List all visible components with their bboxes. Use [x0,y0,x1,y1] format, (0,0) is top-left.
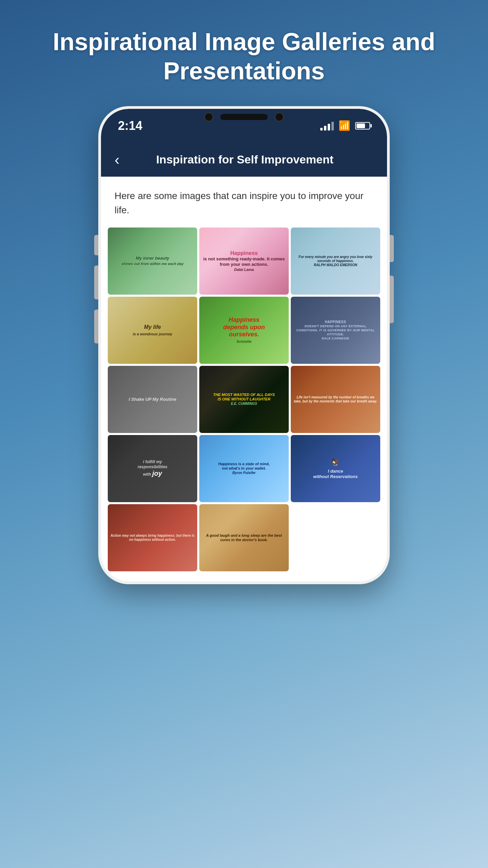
grid-item-6[interactable]: HAPPINESSdoesn't depend on any external … [291,297,380,364]
status-bar: 2:14 📶 [101,109,387,143]
wifi-icon: 📶 [339,120,350,131]
grid-item-4[interactable]: My lifeis a wondrous journey [108,297,197,364]
signal-bar-4 [331,122,334,131]
back-button[interactable]: ‹ [115,152,120,167]
card-text-10: i fulfill myresponsibilitieswith joy [108,435,197,502]
card-text-4: My lifeis a wondrous journey [108,297,197,364]
card-text-11: Happiness is a state of mind,not what's … [199,435,289,502]
signal-bar-1 [320,128,323,131]
grid-item-13[interactable]: Action may not always bring happiness; b… [108,504,197,571]
status-icons: 📶 [320,120,370,131]
phone-mockup: 2:14 📶 ‹ Inspir [98,106,390,584]
card-text-12: 🦅 I dancewithout Reservations [291,435,380,502]
grid-item-7[interactable]: I Shake UP My Routine [108,366,197,433]
grid-item-1[interactable]: My inner beautyshines out from within me… [108,228,197,295]
card-text-8: THE MOST WASTED OF ALL DAYSIS ONE WITHOU… [199,366,289,433]
earpiece [274,112,284,122]
face-id-sensor [220,114,268,120]
description-text: Here are some images that can inspire yo… [101,177,387,225]
power-button-2 [390,276,394,323]
signal-bar-2 [324,126,326,131]
grid-item-9[interactable]: Life isn't measured by the number of bre… [291,366,380,433]
power-button [390,235,394,262]
battery-icon [355,122,370,130]
card-text-1: My inner beautyshines out from within me… [108,228,197,295]
front-camera [204,112,214,122]
card-text-14: A good laugh and a long sleep are the be… [199,504,289,571]
image-grid: My inner beautyshines out from within me… [101,225,387,581]
notch [204,112,284,122]
grid-item-2[interactable]: Happinessis not something ready-made. It… [199,228,289,295]
page-title: Inspirational Image Galleries and Presen… [0,0,488,106]
grid-item-11[interactable]: Happiness is a state of mind,not what's … [199,435,289,502]
grid-item-3[interactable]: For every minute you are angry you lose … [291,228,380,295]
status-time: 2:14 [118,119,142,133]
nav-title: Inspiration for Self Improvement [130,153,373,166]
volume-down-button [94,310,98,343]
battery-fill [357,123,365,128]
phone-screen: 2:14 📶 ‹ Inspir [98,106,390,584]
volume-up-button [94,265,98,299]
card-text-9: Life isn't measured by the number of bre… [291,366,380,433]
card-text-6: HAPPINESSdoesn't depend on any external … [291,297,380,364]
grid-item-10[interactable]: i fulfill myresponsibilitieswith joy [108,435,197,502]
card-text-3: For every minute you are angry you lose … [291,228,380,295]
signal-bar-3 [328,124,330,131]
card-text-13: Action may not always bring happiness; b… [108,504,197,571]
signal-icon [320,121,334,131]
grid-item-5[interactable]: Happinessdepends uponourselves.Aristotle [199,297,289,364]
card-text-2: Happinessis not something ready-made. It… [199,228,289,295]
card-text-7: I Shake UP My Routine [108,366,197,433]
silent-switch [94,235,98,255]
navigation-bar: ‹ Inspiration for Self Improvement [101,143,387,177]
phone-content: Here are some images that can inspire yo… [101,177,387,581]
grid-item-14[interactable]: A good laugh and a long sleep are the be… [199,504,289,571]
grid-item-8[interactable]: THE MOST WASTED OF ALL DAYSIS ONE WITHOU… [199,366,289,433]
grid-item-12[interactable]: 🦅 I dancewithout Reservations [291,435,380,502]
card-text-5: Happinessdepends uponourselves.Aristotle [199,297,289,364]
